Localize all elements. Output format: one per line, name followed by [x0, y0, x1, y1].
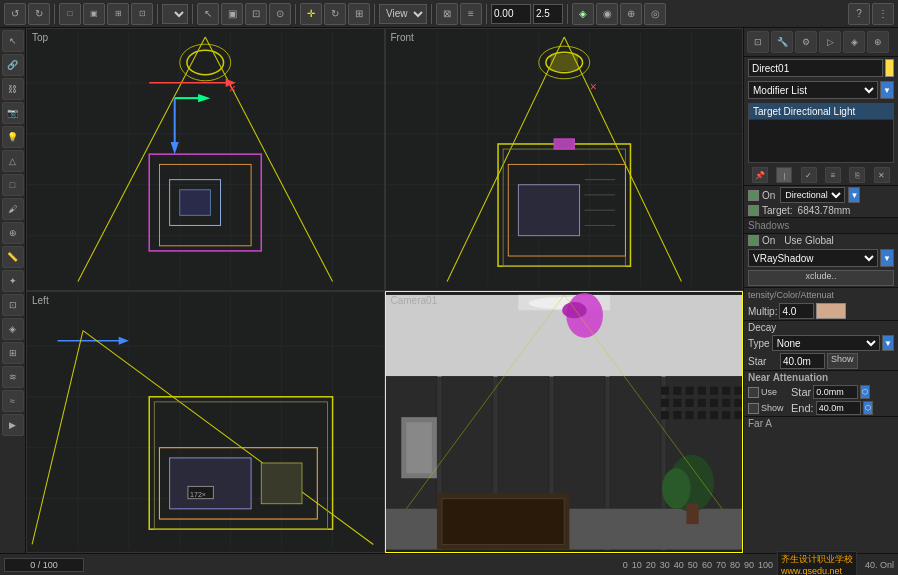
star-input[interactable] — [780, 353, 825, 369]
near-end-input[interactable] — [816, 401, 861, 415]
right-icon2-check[interactable]: ✓ — [801, 167, 817, 183]
align-btn[interactable]: ≡ — [460, 3, 482, 25]
rotate-btn[interactable]: ↻ — [324, 3, 346, 25]
select-btn[interactable]: ▣ — [221, 3, 243, 25]
box-btn1[interactable]: □ — [59, 3, 81, 25]
exclude-button[interactable]: xclude.. — [748, 270, 894, 286]
left-tool-snap[interactable]: ⊕ — [2, 222, 24, 244]
right-icon2-pin[interactable]: 📌 — [752, 167, 768, 183]
vray-shadow-arrow[interactable]: ▼ — [880, 249, 894, 267]
left-tool-shape[interactable]: △ — [2, 150, 24, 172]
left-tool-select[interactable]: ↖ — [2, 30, 24, 52]
right-top-icons: ⊡ 🔧 ⚙ ▷ ◈ ⊕ — [744, 28, 898, 57]
right-icon2-bar[interactable]: | — [776, 167, 792, 183]
move-btn[interactable]: ✛ — [300, 3, 322, 25]
render4-btn[interactable]: ◎ — [644, 3, 666, 25]
select-region-btn[interactable]: ⊡ — [245, 3, 267, 25]
multip-color[interactable] — [816, 303, 846, 319]
mirror-btn[interactable]: ⊠ — [436, 3, 458, 25]
modifier-list-item[interactable]: Target Directional Light — [749, 104, 893, 120]
coord-scale-input[interactable] — [533, 4, 563, 24]
far-section-label: Far A — [744, 416, 898, 430]
watermark-line2: www.qsedu.net — [781, 566, 842, 575]
redo-button[interactable]: ↻ — [28, 3, 50, 25]
left-tool-xref[interactable]: ⊞ — [2, 342, 24, 364]
type-arrow[interactable]: ▼ — [882, 335, 894, 351]
svg-rect-84 — [661, 386, 669, 394]
scale-btn[interactable]: ⊞ — [348, 3, 370, 25]
arrow-btn[interactable]: ↖ — [197, 3, 219, 25]
right-icon2-copy[interactable]: ⎘ — [849, 167, 865, 183]
render3-btn[interactable]: ⊕ — [620, 3, 642, 25]
select-all-dropdown[interactable]: All — [162, 4, 188, 24]
right-icon-hierarchy[interactable]: ⚙ — [795, 31, 817, 53]
svg-rect-46 — [518, 185, 579, 236]
left-tool-space[interactable]: ◈ — [2, 318, 24, 340]
type-row: Type None ▼ — [744, 334, 898, 352]
near-star-spin[interactable]: ⬡ — [860, 385, 870, 399]
right-icon2-stack[interactable]: ≡ — [825, 167, 841, 183]
left-tool-camera[interactable]: 📷 — [2, 102, 24, 124]
type-dropdown[interactable]: None — [772, 335, 880, 351]
help-btn[interactable]: ? — [848, 3, 870, 25]
right-icon-utils[interactable]: ⊕ — [867, 31, 889, 53]
vray-shadow-dropdown[interactable]: VRayShadow — [748, 249, 878, 267]
coord-x-input[interactable] — [491, 4, 531, 24]
target-checkbox[interactable] — [748, 205, 759, 216]
near-show-checkbox[interactable] — [748, 403, 759, 414]
lasso-btn[interactable]: ⊙ — [269, 3, 291, 25]
box-btn3[interactable]: ⊞ — [107, 3, 129, 25]
left-tool-anim[interactable]: ▶ — [2, 414, 24, 436]
right-icon-display[interactable]: ◈ — [843, 31, 865, 53]
left-tool-wave[interactable]: ≈ — [2, 390, 24, 412]
progress-bar: 0 / 100 — [4, 558, 84, 572]
left-tool-bone[interactable]: ✦ — [2, 270, 24, 292]
left-tool-link[interactable]: 🔗 — [2, 54, 24, 76]
near-end-spin[interactable]: ⬡ — [863, 401, 873, 415]
viewport-camera[interactable]: Camera01 — [385, 291, 744, 554]
more-btn[interactable]: ⋮ — [872, 3, 894, 25]
svg-rect-97 — [734, 398, 742, 406]
directional-dropdown[interactable]: Directional — [780, 187, 845, 203]
coord-50: 50 — [688, 560, 698, 570]
viewport-top[interactable]: Top — [26, 28, 385, 291]
star-label: Star — [748, 356, 778, 367]
near-use-checkbox[interactable] — [748, 387, 759, 398]
box-btn2[interactable]: ▣ — [83, 3, 105, 25]
render2-btn[interactable]: ◉ — [596, 3, 618, 25]
left-panel: ↖ 🔗 ⛓ 📷 💡 △ □ 🖌 ⊕ 📏 ✦ ⊡ ◈ ⊞ ≋ ≈ ▶ — [0, 28, 26, 553]
on-checkbox[interactable] — [748, 190, 759, 201]
undo-button[interactable]: ↺ — [4, 3, 26, 25]
svg-rect-53 — [27, 294, 384, 549]
multip-input[interactable] — [779, 303, 814, 319]
right-icon2-del[interactable]: ✕ — [874, 167, 890, 183]
left-tool-helper[interactable]: ⊡ — [2, 294, 24, 316]
left-tool-paint[interactable]: 🖌 — [2, 198, 24, 220]
shadows-on-checkbox[interactable] — [748, 235, 759, 246]
viewport-front[interactable]: Front — [385, 28, 744, 291]
modifier-list-dropdown[interactable]: Modifier List — [748, 81, 878, 99]
svg-rect-98 — [661, 411, 669, 419]
right-icon-motion[interactable]: ▷ — [819, 31, 841, 53]
show-button[interactable]: Show — [827, 353, 858, 369]
right-icon-modify[interactable]: 🔧 — [771, 31, 793, 53]
svg-rect-103 — [722, 411, 730, 419]
left-tool-layer[interactable]: ≋ — [2, 366, 24, 388]
sep7 — [486, 4, 487, 24]
viewport-left[interactable]: Left — [26, 291, 385, 554]
left-tool-unlink[interactable]: ⛓ — [2, 78, 24, 100]
modifier-list-arrow[interactable]: ▼ — [880, 81, 894, 99]
left-tool-geo[interactable]: □ — [2, 174, 24, 196]
left-tool-measure[interactable]: 📏 — [2, 246, 24, 268]
object-color-swatch[interactable] — [885, 59, 894, 77]
view-dropdown[interactable]: View — [379, 4, 427, 24]
sep3 — [192, 4, 193, 24]
right-icon-shapes[interactable]: ⊡ — [747, 31, 769, 53]
near-star-input[interactable] — [813, 385, 858, 399]
box-btn4[interactable]: ⊡ — [131, 3, 153, 25]
render-btn[interactable]: ◈ — [572, 3, 594, 25]
object-name-input[interactable] — [748, 59, 883, 77]
left-tool-light[interactable]: 💡 — [2, 126, 24, 148]
svg-rect-94 — [697, 398, 705, 406]
directional-arrow[interactable]: ▼ — [848, 187, 860, 203]
